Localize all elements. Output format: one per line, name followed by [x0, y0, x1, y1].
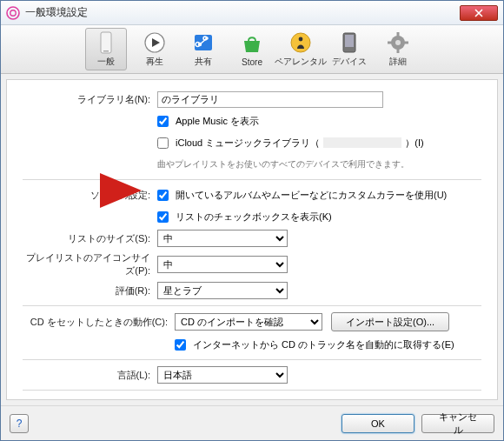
- divider: [23, 359, 481, 360]
- gear-icon: [386, 30, 410, 55]
- tab-general[interactable]: 一般: [85, 28, 127, 70]
- window-title: 一般環境設定: [25, 5, 460, 20]
- tab-label: 一般: [97, 56, 115, 68]
- footer: ? OK キャンセル: [1, 405, 503, 440]
- icloud-music-tail: ）(I): [405, 137, 423, 150]
- playlist-icon-select[interactable]: 中: [157, 256, 288, 273]
- play-icon: [143, 30, 167, 55]
- list-checkbox-label: リストのチェックボックスを表示(K): [176, 210, 332, 224]
- svg-rect-17: [404, 42, 408, 44]
- tab-label: Store: [242, 57, 262, 67]
- svg-rect-14: [397, 32, 400, 37]
- list-size-select[interactable]: 中: [157, 230, 288, 247]
- svg-point-1: [10, 10, 16, 15]
- preferences-window: 一般環境設定 一般 再生 共有 Store ペアレンタル デバイス: [0, 0, 504, 441]
- custom-color-checkbox[interactable]: [157, 190, 169, 201]
- apple-music-label: Apple Music を表示: [176, 115, 259, 128]
- redacted-text: [323, 137, 401, 148]
- cancel-button[interactable]: キャンセル: [421, 414, 494, 433]
- rating-label: 評価(R):: [23, 284, 157, 297]
- apple-music-checkbox[interactable]: [157, 116, 169, 127]
- language-label: 言語(L):: [23, 369, 157, 382]
- svg-rect-11: [345, 35, 354, 47]
- language-select[interactable]: 日本語: [157, 366, 288, 384]
- svg-rect-16: [388, 42, 392, 44]
- app-icon: [6, 6, 20, 20]
- ok-button[interactable]: OK: [342, 414, 414, 433]
- cd-action-select[interactable]: CD のインポートを確認: [175, 313, 322, 331]
- tab-sharing[interactable]: 共有: [182, 29, 224, 70]
- tab-playback[interactable]: 再生: [134, 29, 176, 70]
- parental-icon: [288, 30, 313, 55]
- svg-rect-15: [397, 49, 400, 53]
- cd-tracknames-label: インターネットから CD のトラック名を自動的に取得する(E): [193, 338, 454, 351]
- divider: [23, 390, 481, 391]
- store-icon: [240, 32, 264, 57]
- rating-select[interactable]: 星とラブ: [157, 282, 288, 299]
- playlist-icon-label: プレイリストのアイコンサイズ(P):: [23, 251, 157, 277]
- tab-parental[interactable]: ペアレンタル: [280, 29, 322, 70]
- svg-point-6: [198, 43, 202, 46]
- icloud-music-checkbox[interactable]: [157, 137, 169, 149]
- icloud-hint: 曲やプレイリストをお使いのすべてのデバイスで利用できます。: [157, 158, 481, 170]
- tab-label: 共有: [195, 56, 212, 68]
- svg-point-7: [205, 37, 209, 40]
- list-size-label: リストのサイズ(S):: [23, 232, 157, 245]
- library-name-label: ライブラリ名(N):: [23, 93, 157, 106]
- sharing-icon: [191, 30, 216, 55]
- divider: [23, 179, 481, 180]
- cd-action-label: CD をセットしたときの動作(C):: [23, 316, 175, 329]
- toolbar: 一般 再生 共有 Store ペアレンタル デバイス 詳細: [1, 25, 503, 74]
- list-checkbox-checkbox[interactable]: [157, 211, 169, 223]
- divider: [23, 305, 481, 306]
- titlebar: 一般環境設定: [1, 1, 503, 25]
- svg-point-9: [299, 37, 303, 42]
- custom-color-label: 開いているアルバムやムービーなどにカスタムカラーを使用(U): [176, 189, 447, 202]
- icloud-music-label: iCloud ミュージックライブラリ（: [176, 137, 320, 150]
- svg-rect-2: [101, 32, 111, 53]
- tab-devices[interactable]: デバイス: [328, 29, 370, 70]
- help-button[interactable]: ?: [10, 414, 29, 433]
- tab-store[interactable]: Store: [231, 30, 273, 69]
- svg-point-8: [291, 33, 310, 52]
- devices-icon: [337, 30, 361, 55]
- import-settings-button[interactable]: インポート設定(O)...: [331, 312, 449, 331]
- tab-label: デバイス: [332, 56, 367, 68]
- library-name-input[interactable]: [157, 91, 383, 108]
- svg-rect-3: [103, 50, 109, 52]
- general-icon: [94, 30, 118, 55]
- cd-tracknames-checkbox[interactable]: [175, 339, 186, 351]
- tab-label: 再生: [146, 56, 163, 68]
- svg-point-13: [395, 40, 401, 45]
- tab-label: ペアレンタル: [275, 56, 327, 68]
- content-area: ライブラリ名(N): Apple Music を表示 iCloud ミュージック…: [6, 79, 498, 400]
- tab-label: 詳細: [389, 56, 407, 68]
- close-button[interactable]: [460, 5, 498, 21]
- close-icon: [474, 9, 483, 17]
- svg-point-0: [7, 7, 19, 19]
- source-settings-label: ソースの設定:: [23, 189, 157, 202]
- tab-advanced[interactable]: 詳細: [377, 29, 419, 70]
